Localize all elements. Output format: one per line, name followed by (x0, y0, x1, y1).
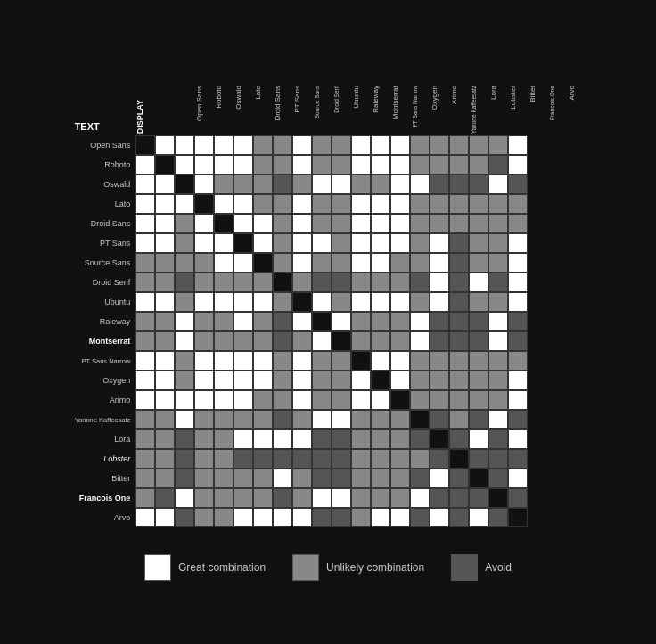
cell-4-0 (135, 214, 155, 233)
cell-9-10 (332, 312, 351, 331)
cell-11-11 (351, 351, 371, 371)
grid-row-9 (135, 312, 581, 331)
cell-5-18 (488, 233, 508, 253)
cell-2-12 (371, 175, 390, 194)
cell-6-6 (253, 253, 273, 273)
grid-row-19 (135, 508, 581, 527)
grid-row-3 (135, 194, 581, 214)
cell-4-19 (508, 214, 528, 233)
cell-8-6 (253, 292, 273, 312)
cell-12-8 (292, 371, 312, 390)
cell-11-17 (469, 351, 488, 371)
cell-0-9 (312, 135, 332, 155)
cell-0-15 (430, 135, 449, 155)
cell-4-13 (390, 214, 410, 233)
cell-6-14 (410, 253, 430, 273)
cell-17-8 (292, 469, 312, 488)
cell-11-12 (371, 351, 390, 371)
cell-9-3 (194, 312, 214, 331)
cell-12-0 (135, 371, 155, 390)
cell-14-18 (488, 410, 508, 429)
cell-16-14 (410, 449, 430, 469)
cell-3-6 (253, 194, 273, 214)
grid-row-16 (135, 449, 581, 469)
cell-3-15 (430, 194, 449, 214)
cell-13-17 (469, 390, 488, 410)
cell-12-14 (410, 371, 430, 390)
cell-0-14 (410, 135, 430, 155)
cell-7-10 (332, 273, 351, 292)
cell-2-10 (332, 175, 351, 194)
cell-5-12 (371, 233, 390, 253)
cell-8-2 (175, 292, 194, 312)
cell-12-18 (488, 371, 508, 390)
cell-3-10 (332, 194, 351, 214)
cell-2-8 (292, 175, 312, 194)
cell-18-16 (449, 488, 469, 508)
cell-12-5 (234, 371, 253, 390)
cell-2-11 (351, 175, 371, 194)
cell-14-17 (469, 410, 488, 429)
cell-6-17 (469, 253, 488, 273)
legend-great: Great combination (144, 554, 266, 581)
cell-9-9 (312, 312, 332, 331)
cell-5-16 (449, 233, 469, 253)
cell-3-7 (273, 194, 292, 214)
cell-17-18 (488, 469, 508, 488)
cell-15-13 (390, 429, 410, 449)
cell-8-1 (155, 292, 175, 312)
cell-14-13 (390, 410, 410, 429)
cell-19-13 (390, 508, 410, 527)
cell-6-13 (390, 253, 410, 273)
cell-19-10 (332, 508, 351, 527)
cell-6-19 (508, 253, 528, 273)
cell-14-14 (410, 410, 430, 429)
cell-13-16 (449, 390, 469, 410)
cell-17-2 (175, 469, 194, 488)
col-label-3: Lato (248, 86, 267, 134)
cell-18-9 (312, 488, 332, 508)
cell-4-18 (488, 214, 508, 233)
cell-2-18 (488, 175, 508, 194)
cell-13-0 (135, 390, 155, 410)
cell-17-15 (430, 469, 449, 488)
cell-1-9 (312, 155, 332, 175)
col-label-5: PT Sans (287, 86, 307, 134)
cell-15-10 (332, 429, 351, 449)
cell-12-10 (332, 371, 351, 390)
row-labels: TEXT Open SansRobotoOswaldLatoDroid Sans… (75, 27, 136, 527)
cell-8-5 (234, 292, 253, 312)
cell-16-0 (135, 449, 155, 469)
col-label-11: PT Sans Narrow (405, 86, 424, 134)
cell-19-17 (469, 508, 488, 527)
cell-16-15 (430, 449, 449, 469)
cell-18-6 (253, 488, 273, 508)
row-label-4: Droid Sans (75, 214, 136, 233)
cell-0-5 (234, 135, 253, 155)
cell-4-16 (449, 214, 469, 233)
cell-6-4 (214, 253, 234, 273)
cell-7-0 (135, 273, 155, 292)
cell-19-19 (508, 508, 528, 527)
cell-11-9 (312, 351, 332, 371)
cell-12-11 (351, 371, 371, 390)
cell-14-0 (135, 410, 155, 429)
cell-0-13 (390, 135, 410, 155)
cell-15-8 (292, 429, 312, 449)
cell-18-13 (390, 488, 410, 508)
cell-2-17 (469, 175, 488, 194)
cell-2-9 (312, 175, 332, 194)
col-label-13: Arimo (444, 86, 463, 134)
cell-7-9 (312, 273, 332, 292)
cell-13-15 (430, 390, 449, 410)
cell-2-4 (214, 175, 234, 194)
cell-5-11 (351, 233, 371, 253)
cell-0-11 (351, 135, 371, 155)
cell-17-1 (155, 469, 175, 488)
display-label: DISPLAY (135, 100, 144, 134)
cell-16-8 (292, 449, 312, 469)
cell-7-1 (155, 273, 175, 292)
row-label-0: Open Sans (75, 135, 136, 155)
cell-10-11 (351, 331, 371, 351)
cell-7-3 (194, 273, 214, 292)
